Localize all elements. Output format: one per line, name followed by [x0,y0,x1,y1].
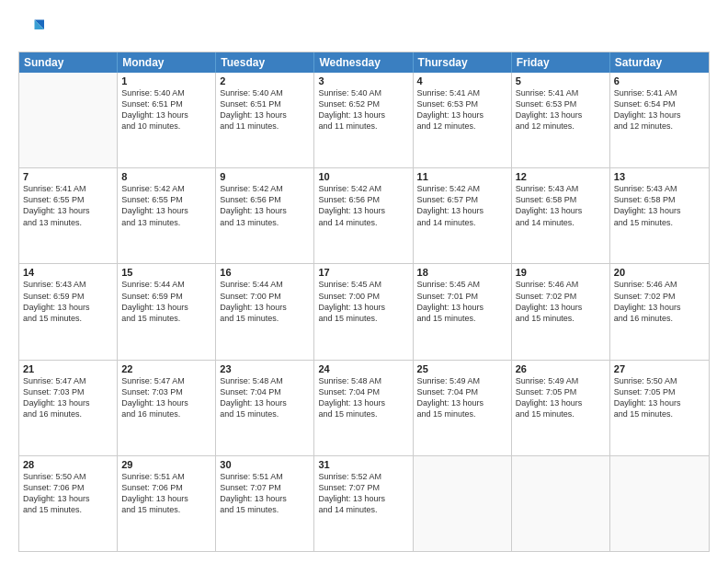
calendar-week-2: 7Sunrise: 5:41 AM Sunset: 6:55 PM Daylig… [19,167,709,263]
day-number: 29 [121,459,211,470]
day-info: Sunrise: 5:40 AM Sunset: 6:51 PM Dayligh… [220,87,310,132]
header-day-saturday: Saturday [610,52,709,73]
day-info: Sunrise: 5:42 AM Sunset: 6:56 PM Dayligh… [318,183,408,228]
day-info: Sunrise: 5:51 AM Sunset: 7:06 PM Dayligh… [121,471,211,516]
day-number: 23 [220,363,310,374]
calendar-cell: 12Sunrise: 5:43 AM Sunset: 6:58 PM Dayli… [512,168,610,263]
day-info: Sunrise: 5:49 AM Sunset: 7:04 PM Dayligh… [417,375,507,420]
day-info: Sunrise: 5:51 AM Sunset: 7:07 PM Dayligh… [220,471,310,516]
day-number: 11 [417,171,507,182]
calendar-cell [19,73,118,167]
day-number: 8 [121,171,211,182]
day-info: Sunrise: 5:41 AM Sunset: 6:53 PM Dayligh… [516,87,606,132]
header-day-friday: Friday [512,52,610,73]
calendar-cell: 4Sunrise: 5:41 AM Sunset: 6:53 PM Daylig… [414,73,512,167]
day-info: Sunrise: 5:41 AM Sunset: 6:53 PM Dayligh… [417,87,507,132]
header-day-tuesday: Tuesday [216,52,314,73]
day-info: Sunrise: 5:42 AM Sunset: 6:56 PM Dayligh… [220,183,310,228]
calendar-cell: 2Sunrise: 5:40 AM Sunset: 6:51 PM Daylig… [216,73,314,167]
day-info: Sunrise: 5:45 AM Sunset: 7:00 PM Dayligh… [318,279,408,324]
day-number: 14 [23,267,113,278]
day-number: 15 [121,267,211,278]
day-number: 3 [318,75,408,86]
day-number: 17 [318,267,408,278]
logo-icon [18,17,44,42]
day-number: 6 [614,75,705,86]
calendar-cell: 30Sunrise: 5:51 AM Sunset: 7:07 PM Dayli… [216,456,314,551]
calendar-cell [610,456,709,551]
calendar-cell: 9Sunrise: 5:42 AM Sunset: 6:56 PM Daylig… [216,168,314,263]
day-number: 9 [220,171,310,182]
day-number: 2 [220,75,310,86]
header-day-sunday: Sunday [19,52,118,73]
day-info: Sunrise: 5:52 AM Sunset: 7:07 PM Dayligh… [318,471,408,516]
day-number: 24 [318,363,408,374]
day-number: 30 [220,459,310,470]
calendar-cell: 25Sunrise: 5:49 AM Sunset: 7:04 PM Dayli… [414,361,512,455]
day-info: Sunrise: 5:42 AM Sunset: 6:57 PM Dayligh… [417,183,507,228]
logo [18,17,48,42]
header-day-wednesday: Wednesday [314,52,413,73]
day-info: Sunrise: 5:48 AM Sunset: 7:04 PM Dayligh… [318,375,408,420]
day-number: 22 [121,363,211,374]
calendar-cell: 6Sunrise: 5:41 AM Sunset: 6:54 PM Daylig… [610,73,709,167]
day-info: Sunrise: 5:43 AM Sunset: 6:58 PM Dayligh… [614,183,705,228]
day-info: Sunrise: 5:40 AM Sunset: 6:51 PM Dayligh… [121,87,211,132]
day-number: 27 [614,363,705,374]
calendar-week-4: 21Sunrise: 5:47 AM Sunset: 7:03 PM Dayli… [19,360,709,455]
day-number: 20 [614,267,705,278]
calendar-week-5: 28Sunrise: 5:50 AM Sunset: 7:06 PM Dayli… [19,455,709,551]
calendar-cell [512,456,610,551]
calendar-cell: 24Sunrise: 5:48 AM Sunset: 7:04 PM Dayli… [314,361,413,455]
calendar-cell: 19Sunrise: 5:46 AM Sunset: 7:02 PM Dayli… [512,264,610,359]
day-info: Sunrise: 5:47 AM Sunset: 7:03 PM Dayligh… [121,375,211,420]
calendar-header-row: SundayMondayTuesdayWednesdayThursdayFrid… [19,52,709,73]
day-info: Sunrise: 5:43 AM Sunset: 6:59 PM Dayligh… [23,279,113,324]
day-number: 21 [23,363,113,374]
header [18,17,710,42]
day-info: Sunrise: 5:41 AM Sunset: 6:54 PM Dayligh… [614,87,705,132]
calendar-cell: 10Sunrise: 5:42 AM Sunset: 6:56 PM Dayli… [314,168,413,263]
day-info: Sunrise: 5:45 AM Sunset: 7:01 PM Dayligh… [417,279,507,324]
calendar-cell: 14Sunrise: 5:43 AM Sunset: 6:59 PM Dayli… [19,264,118,359]
calendar-body: 1Sunrise: 5:40 AM Sunset: 6:51 PM Daylig… [19,73,709,551]
day-number: 31 [318,459,408,470]
calendar-cell: 29Sunrise: 5:51 AM Sunset: 7:06 PM Dayli… [118,456,216,551]
calendar-cell: 20Sunrise: 5:46 AM Sunset: 7:02 PM Dayli… [610,264,709,359]
page: SundayMondayTuesdayWednesdayThursdayFrid… [0,0,728,563]
day-info: Sunrise: 5:47 AM Sunset: 7:03 PM Dayligh… [23,375,113,420]
day-number: 12 [516,171,606,182]
calendar-cell [414,456,512,551]
calendar-cell: 27Sunrise: 5:50 AM Sunset: 7:05 PM Dayli… [610,361,709,455]
calendar-cell: 22Sunrise: 5:47 AM Sunset: 7:03 PM Dayli… [118,361,216,455]
day-info: Sunrise: 5:46 AM Sunset: 7:02 PM Dayligh… [614,279,705,324]
day-info: Sunrise: 5:43 AM Sunset: 6:58 PM Dayligh… [516,183,606,228]
day-info: Sunrise: 5:40 AM Sunset: 6:52 PM Dayligh… [318,87,408,132]
calendar-cell: 13Sunrise: 5:43 AM Sunset: 6:58 PM Dayli… [610,168,709,263]
calendar-cell: 11Sunrise: 5:42 AM Sunset: 6:57 PM Dayli… [414,168,512,263]
day-number: 28 [23,459,113,470]
day-number: 4 [417,75,507,86]
calendar-week-1: 1Sunrise: 5:40 AM Sunset: 6:51 PM Daylig… [19,73,709,167]
day-number: 16 [220,267,310,278]
day-number: 7 [23,171,113,182]
calendar-cell: 28Sunrise: 5:50 AM Sunset: 7:06 PM Dayli… [19,456,118,551]
day-number: 5 [516,75,606,86]
day-info: Sunrise: 5:42 AM Sunset: 6:55 PM Dayligh… [121,183,211,228]
day-number: 13 [614,171,705,182]
calendar-cell: 16Sunrise: 5:44 AM Sunset: 7:00 PM Dayli… [216,264,314,359]
day-number: 10 [318,171,408,182]
calendar-cell: 23Sunrise: 5:48 AM Sunset: 7:04 PM Dayli… [216,361,314,455]
calendar-cell: 21Sunrise: 5:47 AM Sunset: 7:03 PM Dayli… [19,361,118,455]
calendar-cell: 15Sunrise: 5:44 AM Sunset: 6:59 PM Dayli… [118,264,216,359]
day-number: 19 [516,267,606,278]
day-info: Sunrise: 5:44 AM Sunset: 7:00 PM Dayligh… [220,279,310,324]
day-info: Sunrise: 5:49 AM Sunset: 7:05 PM Dayligh… [516,375,606,420]
day-info: Sunrise: 5:44 AM Sunset: 6:59 PM Dayligh… [121,279,211,324]
calendar-week-3: 14Sunrise: 5:43 AM Sunset: 6:59 PM Dayli… [19,263,709,359]
day-number: 1 [121,75,211,86]
calendar-cell: 3Sunrise: 5:40 AM Sunset: 6:52 PM Daylig… [314,73,413,167]
day-info: Sunrise: 5:41 AM Sunset: 6:55 PM Dayligh… [23,183,113,228]
day-info: Sunrise: 5:50 AM Sunset: 7:05 PM Dayligh… [614,375,705,420]
header-day-thursday: Thursday [414,52,512,73]
